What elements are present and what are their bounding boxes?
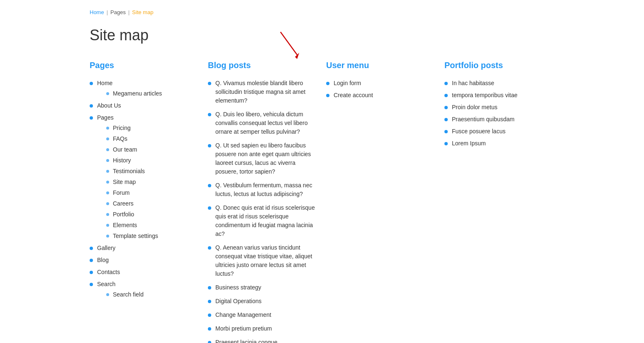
pages-list: Home Megamenu articles About Us Pages Pr…	[90, 79, 200, 299]
portfolio-item[interactable]: tempora temporibus vitae	[444, 91, 554, 100]
blog-list-item[interactable]: Change Management	[208, 311, 318, 319]
list-sub-item[interactable]: Megamenu articles	[105, 89, 200, 98]
list-item[interactable]: Home Megamenu articles	[90, 79, 200, 98]
page-title: Site map	[90, 24, 554, 47]
list-sub-item[interactable]: Forum	[105, 189, 200, 197]
portfolio-item[interactable]: In hac habitasse	[444, 79, 554, 88]
list-sub-item[interactable]: Our team	[105, 145, 200, 154]
list-sub-item[interactable]: Careers	[105, 199, 200, 208]
blog-list-item[interactable]: Q. Aenean varius varius tincidunt conseq…	[208, 243, 318, 278]
blog-list-item[interactable]: Business strategy	[208, 283, 318, 292]
list-item[interactable]: About Us	[90, 101, 200, 110]
user-menu-list: Login form Create account	[326, 79, 436, 100]
portfolio-item[interactable]: Lorem Ipsum	[444, 139, 554, 148]
blog-list-item[interactable]: Q. Duis leo libero, vehicula dictum conv…	[208, 110, 318, 136]
blog-header: Blog posts	[208, 59, 318, 71]
list-sub-item[interactable]: History	[105, 156, 200, 165]
pages-sub-list-3: Search field	[105, 290, 200, 299]
breadcrumb: Home | Pages | Site map	[90, 8, 554, 17]
user-menu-column: User menu Login form Create account	[326, 59, 436, 103]
blog-list: Q. Vivamus molestie blandit libero solli…	[208, 79, 318, 343]
list-sub-item[interactable]: Pricing	[105, 124, 200, 132]
user-menu-item[interactable]: Login form	[326, 79, 436, 88]
pages-header: Pages	[90, 59, 200, 71]
portfolio-item[interactable]: Proin dolor metus	[444, 103, 554, 112]
list-sub-item[interactable]: Search field	[105, 290, 200, 299]
list-item[interactable]: Pages Pricing FAQs Our team History Test…	[90, 113, 200, 240]
user-menu-header: User menu	[326, 59, 436, 71]
blog-list-item[interactable]: Q. Vivamus molestie blandit libero solli…	[208, 79, 318, 105]
svg-marker-1	[295, 53, 299, 59]
portfolio-item[interactable]: Praesentium quibusdam	[444, 115, 554, 124]
breadcrumb-home[interactable]: Home	[90, 8, 104, 17]
pages-sub-list-2: Pricing FAQs Our team History Testimonia…	[105, 124, 200, 240]
pages-sub-list: Megamenu articles	[105, 89, 200, 98]
columns-container: Pages Home Megamenu articles About Us Pa…	[90, 59, 554, 343]
portfolio-header: Portfolio posts	[444, 59, 554, 71]
list-item[interactable]: Gallery	[90, 244, 200, 252]
list-sub-item[interactable]: Testimonials	[105, 167, 200, 176]
blog-list-item[interactable]: Praesent lacinia congue	[208, 338, 318, 343]
list-sub-item[interactable]: Site map	[105, 178, 200, 186]
page-wrapper: Home | Pages | Site map Site map Pages H…	[73, 0, 571, 343]
blog-list-item[interactable]: Digital Operations	[208, 297, 318, 306]
list-item[interactable]: Blog	[90, 256, 200, 265]
list-item[interactable]: Contacts	[90, 268, 200, 277]
user-menu-item[interactable]: Create account	[326, 91, 436, 100]
pages-column: Pages Home Megamenu articles About Us Pa…	[90, 59, 200, 302]
list-sub-item[interactable]: FAQs	[105, 135, 200, 143]
list-item[interactable]: Search Search field	[90, 280, 200, 299]
breadcrumb-current: Site map	[132, 8, 153, 17]
blog-list-item[interactable]: Q. Ut sed sapien eu libero faucibus posu…	[208, 141, 318, 176]
list-sub-item[interactable]: Portfolio	[105, 210, 200, 219]
blog-column: Blog posts Q. Vivamus molestie blandit l…	[208, 59, 318, 343]
breadcrumb-pages: Pages	[110, 8, 126, 17]
portfolio-list: In hac habitasse tempora temporibus vita…	[444, 79, 554, 148]
blog-list-item[interactable]: Q. Donec quis erat id risus scelerisque …	[208, 203, 318, 238]
portfolio-item[interactable]: Fusce posuere lacus	[444, 127, 554, 136]
breadcrumb-sep-2: |	[128, 8, 129, 17]
blog-list-item[interactable]: Morbi pretium pretium	[208, 324, 318, 333]
list-sub-item[interactable]: Template settings	[105, 232, 200, 240]
portfolio-column: Portfolio posts In hac habitasse tempora…	[444, 59, 554, 151]
list-sub-item[interactable]: Elements	[105, 221, 200, 230]
breadcrumb-sep-1: |	[107, 8, 108, 17]
blog-list-item[interactable]: Q. Vestibulum fermentum, massa nec luctu…	[208, 181, 318, 198]
